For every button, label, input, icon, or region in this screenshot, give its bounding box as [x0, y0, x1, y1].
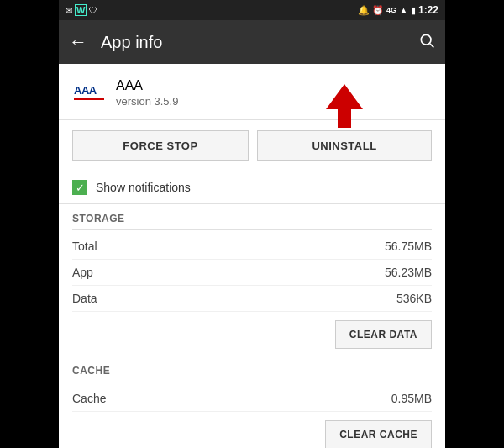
storage-total-label: Total: [72, 240, 97, 253]
uninstall-button[interactable]: UNINSTALL: [257, 130, 432, 161]
storage-app-label: App: [72, 266, 93, 279]
clock-icon: ⏰: [372, 5, 384, 16]
phone-screen: ✉ W 🛡 🔔 ⏰ 4G ▲ ▮ 1:22 ← App info: [59, 0, 445, 448]
signal-4g-icon: 4G: [386, 6, 396, 14]
cache-label: Cache: [72, 392, 106, 405]
app-meta: AAA version 3.5.9: [116, 78, 178, 108]
alarm-icon: 🔔: [358, 5, 370, 16]
status-bar: ✉ W 🛡 🔔 ⏰ 4G ▲ ▮ 1:22: [59, 0, 445, 20]
clear-data-button[interactable]: CLEAR DATA: [335, 320, 432, 349]
content-area: AAA AAA version 3.5.9 FORCE STOP UNINSTA…: [59, 64, 445, 448]
wifi-icon: ▲: [399, 5, 408, 15]
storage-total-row: Total 56.75MB: [72, 234, 432, 260]
up-arrow-indicator: [326, 84, 363, 131]
storage-section: STORAGE Total 56.75MB App 56.23MB Data 5…: [59, 204, 445, 356]
clear-cache-button[interactable]: CLEAR CACHE: [325, 420, 432, 448]
storage-app-row: App 56.23MB: [72, 260, 432, 286]
clear-data-btn-row: CLEAR DATA: [72, 312, 432, 356]
storage-section-title: STORAGE: [72, 213, 432, 224]
storage-total-value: 56.75MB: [385, 240, 432, 253]
storage-data-row: Data 536KB: [72, 286, 432, 312]
force-stop-button[interactable]: FORCE STOP: [72, 130, 249, 161]
app-bar-title: App info: [101, 33, 418, 52]
cache-divider: [72, 382, 432, 382]
app-logo: AAA: [72, 76, 106, 109]
search-button[interactable]: [418, 32, 435, 53]
cache-row: Cache 0.95MB: [72, 386, 432, 412]
app-version: version 3.5.9: [116, 95, 178, 108]
svg-marker-2: [326, 84, 363, 128]
storage-data-value: 536KB: [396, 292, 432, 305]
back-button[interactable]: ←: [69, 33, 87, 51]
notifications-label: Show notifications: [96, 181, 191, 194]
svg-line-1: [430, 43, 434, 47]
clear-cache-btn-row: CLEAR CACHE: [72, 412, 432, 448]
storage-divider: [72, 229, 432, 230]
action-buttons-row: FORCE STOP UNINSTALL: [59, 120, 445, 171]
shield-icon: 🛡: [89, 6, 97, 15]
aaa-logo-underline: [74, 98, 104, 100]
message-icon: ✉: [66, 6, 72, 15]
battery-icon: ▮: [411, 5, 416, 16]
notifications-row: ✓ Show notifications: [59, 171, 445, 204]
aaa-logo-text: AAA: [74, 85, 104, 96]
app-bar: ← App info: [59, 20, 445, 64]
storage-app-value: 56.23MB: [385, 266, 432, 279]
cache-section: CACHE Cache 0.95MB CLEAR CACHE: [59, 356, 445, 448]
checkbox-checkmark: ✓: [76, 182, 85, 193]
app-name: AAA: [116, 78, 178, 93]
cache-value: 0.95MB: [391, 392, 432, 405]
cache-section-title: CACHE: [72, 365, 432, 377]
app-header: AAA AAA version 3.5.9: [59, 64, 445, 120]
w-icon: W: [75, 4, 87, 16]
status-right-icons: 🔔 ⏰ 4G ▲ ▮ 1:22: [358, 4, 438, 16]
status-left-icons: ✉ W 🛡: [66, 4, 97, 16]
svg-point-0: [421, 34, 431, 45]
clock-time: 1:22: [418, 4, 438, 16]
notifications-checkbox[interactable]: ✓: [72, 180, 87, 195]
storage-data-label: Data: [72, 292, 97, 305]
